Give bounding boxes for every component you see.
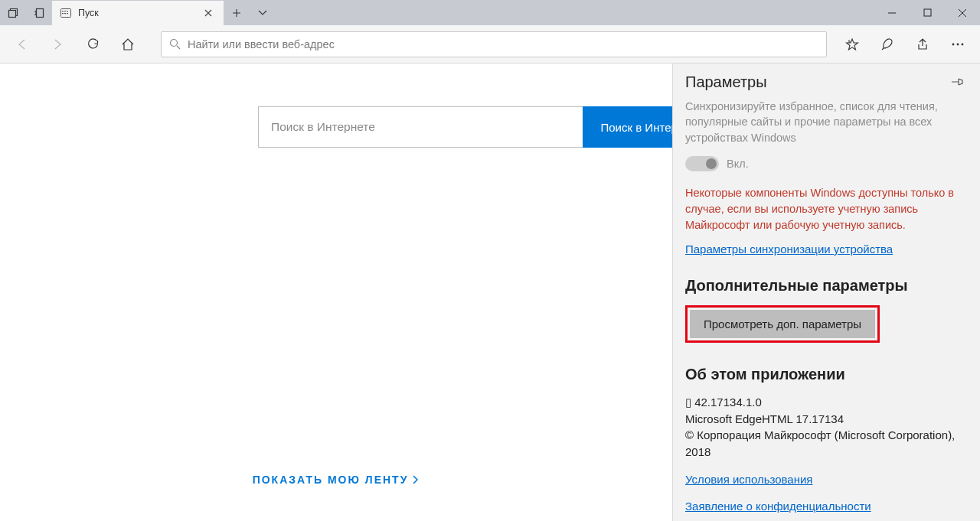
advanced-button-highlight: Просмотреть доп. параметры <box>685 305 880 343</box>
pin-flyout-button[interactable] <box>946 71 968 93</box>
about-heading: Об этом приложении <box>685 366 968 383</box>
browser-toolbar <box>0 25 980 63</box>
sync-toggle[interactable] <box>685 156 719 171</box>
settings-title: Параметры <box>685 73 946 91</box>
svg-point-12 <box>957 43 959 45</box>
tab-favicon-icon <box>60 7 72 19</box>
svg-rect-7 <box>64 13 66 14</box>
privacy-link[interactable]: Заявление о конфиденциальности <box>685 500 871 513</box>
sync-toggle-row: Вкл. <box>685 156 968 171</box>
content-area: Поиск в Интернете ПОКАЗАТЬ МОЮ ЛЕНТУ Пар… <box>0 63 980 521</box>
svg-rect-9 <box>924 9 931 16</box>
window-maximize-button[interactable] <box>910 0 945 25</box>
home-button[interactable] <box>110 25 145 63</box>
sync-toggle-label: Вкл. <box>727 158 749 170</box>
start-search-box: Поиск в Интернете <box>258 106 720 148</box>
svg-point-13 <box>962 43 964 45</box>
svg-rect-6 <box>62 13 64 14</box>
about-block: ▯ 42.17134.1.0 Microsoft EdgeHTML 17.171… <box>685 394 968 461</box>
tab-close-button[interactable] <box>199 4 217 22</box>
svg-rect-1 <box>37 8 44 17</box>
window-minimize-button[interactable] <box>874 0 910 25</box>
svg-rect-0 <box>9 10 16 17</box>
sync-description: Синхронизируйте избранное, список для чт… <box>685 99 968 145</box>
set-aside-tabs-button[interactable] <box>26 0 52 25</box>
titlebar-left-group <box>0 0 52 25</box>
new-tab-button[interactable] <box>224 0 250 25</box>
tabs-overview-button[interactable] <box>0 0 26 25</box>
svg-rect-3 <box>62 11 64 11</box>
back-button[interactable] <box>5 25 40 63</box>
terms-link[interactable]: Условия использования <box>685 473 813 486</box>
notes-button[interactable] <box>870 25 905 63</box>
advanced-settings-heading: Дополнительные параметры <box>685 277 968 295</box>
svg-rect-4 <box>64 11 66 11</box>
chevron-right-icon <box>413 475 419 484</box>
about-copyright: © Корпорация Майкрософт (Microsoft Corpo… <box>685 427 968 461</box>
address-input[interactable] <box>188 38 826 50</box>
svg-point-10 <box>170 40 177 47</box>
share-button[interactable] <box>905 25 940 63</box>
web-search-input[interactable] <box>258 106 583 148</box>
browser-tab[interactable]: Пуск <box>52 0 224 25</box>
device-sync-settings-link[interactable]: Параметры синхронизации устройства <box>685 243 893 256</box>
show-feed-label: ПОКАЗАТЬ МОЮ ЛЕНТУ <box>253 474 409 486</box>
refresh-button[interactable] <box>75 25 110 63</box>
sync-warning: Некоторые компоненты Windows доступны то… <box>685 185 968 233</box>
settings-flyout: Параметры Синхронизируйте избранное, спи… <box>672 63 980 521</box>
favorites-button[interactable] <box>835 25 870 63</box>
about-engine: Microsoft EdgeHTML 17.17134 <box>685 411 968 428</box>
about-version: ▯ 42.17134.1.0 <box>685 394 968 411</box>
new-tab-dropdown-button[interactable] <box>250 0 276 25</box>
search-icon <box>162 38 188 50</box>
titlebar-drag-area <box>276 0 874 25</box>
view-advanced-settings-button[interactable]: Просмотреть доп. параметры <box>690 310 875 338</box>
forward-button[interactable] <box>40 25 75 63</box>
settings-header: Параметры <box>685 63 968 100</box>
settings-menu-button[interactable] <box>940 25 975 63</box>
svg-rect-5 <box>67 11 68 11</box>
svg-point-11 <box>952 43 955 45</box>
address-bar[interactable] <box>161 31 827 57</box>
svg-rect-8 <box>67 13 68 14</box>
window-titlebar: Пуск <box>0 0 980 25</box>
tab-title: Пуск <box>78 8 193 18</box>
window-close-button[interactable] <box>945 0 980 25</box>
show-feed-link[interactable]: ПОКАЗАТЬ МОЮ ЛЕНТУ <box>0 474 671 486</box>
